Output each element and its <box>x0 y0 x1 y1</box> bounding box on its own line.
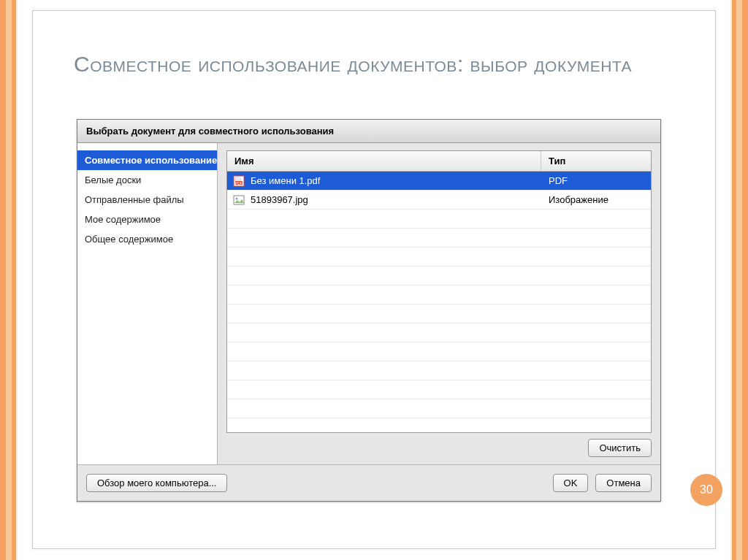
ok-button[interactable]: OK <box>553 474 589 492</box>
page-number-badge: 30 <box>690 474 722 506</box>
column-header-name[interactable]: Имя <box>227 151 541 171</box>
table-body: PDF Без имени 1.pdf PDF 5189 <box>227 172 651 432</box>
table-row-empty <box>227 248 651 266</box>
svg-point-4 <box>236 197 238 199</box>
table-row-empty <box>227 229 651 248</box>
column-header-type[interactable]: Тип <box>541 151 651 171</box>
file-type: PDF <box>541 175 651 186</box>
table-row-empty <box>227 323 651 342</box>
file-type: Изображение <box>541 194 651 205</box>
browse-button[interactable]: Обзор моего компьютера... <box>86 474 227 492</box>
decorative-stripe-right <box>730 0 748 560</box>
sidebar-item-sent-files[interactable]: Отправленные файлы <box>77 190 217 210</box>
sidebar-item-shared-content[interactable]: Общее содержимое <box>77 229 217 249</box>
clear-button[interactable]: Очистить <box>588 439 652 457</box>
share-document-dialog: Выбрать документ для совместного использ… <box>77 119 661 502</box>
sidebar: Совместное использование Белые доски Отп… <box>77 143 218 464</box>
file-name: 51893967.jpg <box>251 194 308 205</box>
sidebar-item-my-content[interactable]: Мое содержимое <box>77 210 217 229</box>
table-row-empty <box>227 342 651 361</box>
slide-title: Совместное использование документов: выб… <box>74 50 687 78</box>
table-row-empty <box>227 266 651 285</box>
table-row-empty <box>227 399 651 418</box>
table-row-empty <box>227 210 651 229</box>
decorative-stripe-left <box>0 0 18 560</box>
table-header: Имя Тип <box>227 151 651 172</box>
file-table: Имя Тип PDF Без имени 1.pdf PDF <box>226 150 652 433</box>
svg-text:PDF: PDF <box>235 180 243 185</box>
dialog-title: Выбрать документ для совместного использ… <box>77 120 660 143</box>
table-row-empty <box>227 361 651 380</box>
sidebar-item-whiteboards[interactable]: Белые доски <box>77 170 217 190</box>
cancel-button[interactable]: Отмена <box>595 474 652 492</box>
dialog-body: Совместное использование Белые доски Отп… <box>77 143 660 464</box>
table-row-empty <box>227 304 651 323</box>
image-icon <box>233 194 245 206</box>
table-row-empty <box>227 380 651 399</box>
svg-rect-3 <box>234 196 244 204</box>
slide-frame: Совместное использование документов: выб… <box>32 10 716 549</box>
table-row[interactable]: PDF Без имени 1.pdf PDF <box>227 172 651 191</box>
table-row-empty <box>227 285 651 304</box>
main-panel: Имя Тип PDF Без имени 1.pdf PDF <box>218 143 660 464</box>
table-row[interactable]: 51893967.jpg Изображение <box>227 191 651 210</box>
dialog-footer: Обзор моего компьютера... OK Отмена <box>77 464 660 501</box>
sidebar-item-sharing[interactable]: Совместное использование <box>77 150 217 170</box>
pdf-icon: PDF <box>233 175 245 187</box>
file-name: Без имени 1.pdf <box>251 175 320 186</box>
